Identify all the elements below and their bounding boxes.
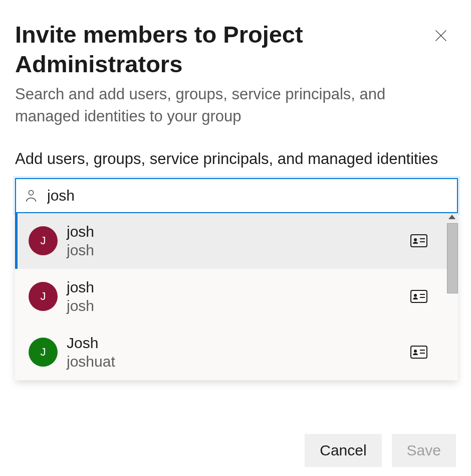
dialog-footer: Cancel Save	[305, 434, 456, 467]
save-button[interactable]: Save	[392, 434, 456, 467]
svg-point-0	[29, 190, 33, 195]
search-field-label: Add users, groups, service principals, a…	[15, 148, 441, 170]
svg-point-2	[414, 238, 417, 241]
search-input[interactable]	[47, 187, 449, 204]
scroll-up-icon[interactable]	[448, 215, 455, 219]
avatar: J	[29, 338, 58, 367]
close-icon	[434, 29, 448, 44]
svg-point-10	[414, 350, 417, 353]
svg-rect-1	[411, 235, 427, 247]
avatar: J	[29, 226, 58, 255]
close-button[interactable]	[431, 26, 451, 46]
svg-rect-5	[411, 290, 427, 302]
option-secondary-label: joshuat	[67, 352, 410, 371]
option-text: Joshjoshuat	[67, 334, 410, 371]
option-primary-label: Josh	[67, 334, 410, 353]
dialog-title: Invite members to Project Administrators	[15, 20, 396, 79]
option-primary-label: josh	[67, 222, 410, 241]
person-icon	[24, 189, 38, 203]
svg-point-6	[414, 294, 417, 297]
scrollbar-thumb[interactable]	[447, 223, 458, 293]
option-text: joshjosh	[67, 278, 410, 315]
dropdown-option[interactable]: Jjoshjosh	[15, 269, 458, 325]
id-card-icon	[410, 233, 428, 248]
option-primary-label: josh	[67, 278, 410, 297]
dropdown-option[interactable]: Jjoshjosh	[15, 213, 458, 269]
cancel-button[interactable]: Cancel	[305, 434, 381, 467]
id-card-icon	[410, 289, 428, 304]
option-secondary-label: josh	[67, 296, 410, 315]
avatar: J	[29, 282, 58, 311]
search-box[interactable]	[15, 178, 458, 213]
option-secondary-label: josh	[67, 241, 410, 260]
dropdown-option[interactable]: JJoshjoshuat	[15, 325, 458, 380]
option-text: joshjosh	[67, 222, 410, 260]
dialog-subtitle: Search and add users, groups, service pr…	[15, 83, 426, 128]
search-dropdown: JjoshjoshJjoshjoshJJoshjoshuat	[15, 213, 458, 380]
svg-rect-9	[411, 346, 427, 358]
id-card-icon	[410, 345, 428, 360]
